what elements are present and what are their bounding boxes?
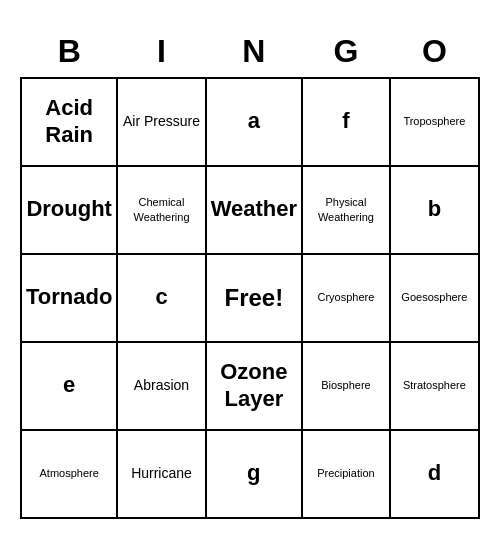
cell-r4-c0[interactable]: Atmosphere [21, 430, 117, 518]
cell-r0-c0[interactable]: Acid Rain [21, 78, 117, 166]
cell-r2-c1[interactable]: c [117, 254, 205, 342]
cell-r1-c2[interactable]: Weather [206, 166, 302, 254]
cell-r1-c3[interactable]: Physical Weathering [302, 166, 390, 254]
cell-r0-c4[interactable]: Troposphere [390, 78, 479, 166]
row-2: TornadocFree!CryosphereGoesosphere [21, 254, 479, 342]
header-row: BINGO [21, 26, 479, 78]
cell-r4-c2[interactable]: g [206, 430, 302, 518]
header-letter-n: N [206, 26, 302, 78]
cell-r0-c2[interactable]: a [206, 78, 302, 166]
bingo-card: BINGO Acid RainAir PressureafTroposphere… [20, 26, 480, 519]
cell-r2-c4[interactable]: Goesosphere [390, 254, 479, 342]
cell-r0-c1[interactable]: Air Pressure [117, 78, 205, 166]
header-letter-g: G [302, 26, 390, 78]
cell-r3-c3[interactable]: Biosphere [302, 342, 390, 430]
cell-r3-c0[interactable]: e [21, 342, 117, 430]
cell-r1-c0[interactable]: Drought [21, 166, 117, 254]
cell-r4-c3[interactable]: Precipiation [302, 430, 390, 518]
cell-r3-c4[interactable]: Stratosphere [390, 342, 479, 430]
cell-r0-c3[interactable]: f [302, 78, 390, 166]
cell-r2-c0[interactable]: Tornado [21, 254, 117, 342]
cell-r1-c4[interactable]: b [390, 166, 479, 254]
cell-r3-c2[interactable]: Ozone Layer [206, 342, 302, 430]
cell-r1-c1[interactable]: Chemical Weathering [117, 166, 205, 254]
cell-r4-c4[interactable]: d [390, 430, 479, 518]
cell-r2-c3[interactable]: Cryosphere [302, 254, 390, 342]
row-1: DroughtChemical WeatheringWeatherPhysica… [21, 166, 479, 254]
row-0: Acid RainAir PressureafTroposphere [21, 78, 479, 166]
header-letter-b: B [21, 26, 117, 78]
cell-r2-c2[interactable]: Free! [206, 254, 302, 342]
cell-r4-c1[interactable]: Hurricane [117, 430, 205, 518]
row-3: eAbrasionOzone LayerBiosphereStratospher… [21, 342, 479, 430]
header-letter-i: I [117, 26, 205, 78]
cell-r3-c1[interactable]: Abrasion [117, 342, 205, 430]
header-letter-o: O [390, 26, 479, 78]
row-4: AtmosphereHurricanegPrecipiationd [21, 430, 479, 518]
